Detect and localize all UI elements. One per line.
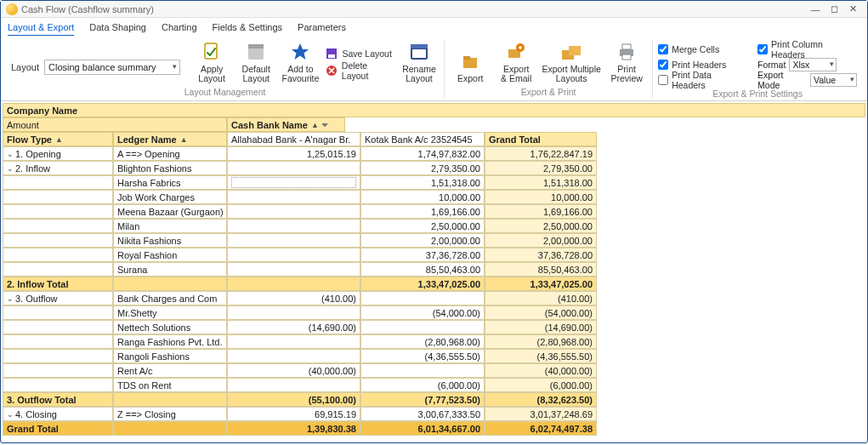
grand-total-cell[interactable]: 2,50,000.00: [485, 219, 597, 233]
grand-total-cell[interactable]: (410.00): [485, 291, 597, 305]
bank1-cell[interactable]: (410.00): [227, 291, 360, 305]
apply-layout-button[interactable]: ApplyLayout: [192, 39, 231, 85]
bank2-cell[interactable]: (2,80,968.00): [360, 334, 485, 349]
bank1-cell[interactable]: (40,000.00): [227, 363, 360, 378]
grand-total-blank[interactable]: [113, 421, 227, 436]
bank2-cell[interactable]: (54,000.00): [360, 305, 485, 320]
section-total-blank[interactable]: [113, 277, 227, 291]
ledger-cell[interactable]: Surana: [113, 262, 227, 277]
maximize-button[interactable]: ◻: [825, 3, 843, 14]
bank1-cell[interactable]: [227, 378, 360, 392]
grand-total-cell[interactable]: (40,000.00): [485, 363, 597, 378]
grand-total-cell[interactable]: 1,69,166.00: [485, 204, 597, 219]
gt-total[interactable]: (8,32,623.50): [485, 392, 597, 407]
bank1-total[interactable]: [227, 277, 360, 291]
amount-field[interactable]: Amount: [3, 117, 227, 132]
flow-cell[interactable]: ⌄4. Closing: [3, 407, 113, 421]
flow-cell[interactable]: [3, 175, 113, 190]
bank1-cell[interactable]: [227, 248, 360, 262]
grand-total-cell[interactable]: (54,000.00): [485, 305, 597, 320]
export-mode-select[interactable]: Value: [810, 73, 857, 87]
bank2-cell[interactable]: 1,51,318.00: [360, 175, 485, 190]
bank1-cell[interactable]: 69,915.19: [227, 407, 360, 421]
bank1-cell[interactable]: [227, 305, 360, 320]
save-layout-button[interactable]: Save Layout: [325, 46, 394, 61]
bank2-total[interactable]: (7,77,523.50): [360, 392, 485, 407]
flow-cell[interactable]: [3, 233, 113, 248]
grand-total-cell[interactable]: 10,000.00: [485, 190, 597, 204]
bank1-col-header[interactable]: Allahabad Bank - A'nagar Br.: [227, 132, 360, 146]
ledger-cell[interactable]: Rangoli Fashions: [113, 349, 227, 363]
bank2-cell[interactable]: 2,00,000.00: [360, 233, 485, 248]
cash-bank-field[interactable]: Cash Bank Name▲⏷: [227, 117, 345, 132]
grand-total-cell[interactable]: (4,36,555.50): [485, 349, 597, 363]
ledger-cell[interactable]: Z ==> Closing: [113, 407, 227, 421]
menu-parameters[interactable]: Parameters: [298, 20, 346, 36]
ledger-cell[interactable]: Royal Fashion: [113, 248, 227, 262]
ledger-cell[interactable]: Blighton Fashions: [113, 161, 227, 175]
gt-grand[interactable]: 6,02,74,497.38: [485, 421, 597, 436]
flow-cell[interactable]: ⌄3. Outflow: [3, 291, 113, 305]
bank1-grand[interactable]: 1,39,830.38: [227, 421, 360, 436]
flow-cell[interactable]: [3, 378, 113, 392]
flow-cell[interactable]: ⌄1. Opening: [3, 146, 113, 161]
merge-cells-checkbox[interactable]: [658, 44, 668, 54]
bank2-cell[interactable]: 1,74,97,832.00: [360, 146, 485, 161]
bank2-grand[interactable]: 6,01,34,667.00: [360, 421, 485, 436]
grand-total-cell[interactable]: 37,36,728.00: [485, 248, 597, 262]
bank1-cell[interactable]: [227, 219, 360, 233]
bank2-cell[interactable]: 2,50,000.00: [360, 219, 485, 233]
export-multiple-button[interactable]: Export MultipleLayouts: [542, 39, 601, 85]
ledger-cell[interactable]: Milan: [113, 219, 227, 233]
ledger-cell[interactable]: Harsha Fabrics: [113, 175, 227, 190]
ledger-cell[interactable]: Nettech Solutions: [113, 320, 227, 334]
minimize-button[interactable]: —: [806, 4, 825, 14]
bank1-cell[interactable]: 1,25,015.19: [227, 146, 360, 161]
grand-total-cell[interactable]: 2,79,350.00: [485, 161, 597, 175]
bank2-cell[interactable]: (4,36,555.50): [360, 349, 485, 363]
print-data-headers-checkbox[interactable]: [658, 75, 668, 85]
bank2-cell[interactable]: [360, 291, 485, 305]
grand-total-cell[interactable]: 3,01,37,248.69: [485, 407, 597, 421]
bank1-cell[interactable]: [227, 204, 360, 219]
ledger-cell[interactable]: Rent A/c: [113, 363, 227, 378]
bank2-col-header[interactable]: Kotak Bank A/c 23524545: [360, 132, 485, 146]
flow-cell[interactable]: [3, 305, 113, 320]
ledger-cell[interactable]: A ==> Opening: [113, 146, 227, 161]
collapse-icon[interactable]: ⌄: [7, 164, 14, 173]
flow-cell[interactable]: [3, 262, 113, 277]
grand-total-col-header[interactable]: Grand Total: [485, 132, 597, 146]
export-email-button[interactable]: Export& Email: [496, 39, 536, 85]
section-total-label[interactable]: 3. Outflow Total: [3, 392, 113, 407]
bank2-cell[interactable]: [360, 363, 485, 378]
ledger-col-header[interactable]: Ledger Name▲: [113, 132, 227, 146]
bank1-cell[interactable]: [227, 161, 360, 175]
grand-total-label[interactable]: Grand Total: [3, 421, 113, 436]
bank2-cell[interactable]: 1,69,166.00: [360, 204, 485, 219]
section-total-blank[interactable]: [113, 392, 227, 407]
format-select[interactable]: Xlsx: [789, 58, 837, 71]
bank1-cell[interactable]: [227, 175, 360, 190]
gt-total[interactable]: 1,33,47,025.00: [485, 277, 597, 291]
flow-cell[interactable]: [3, 248, 113, 262]
menu-charting[interactable]: Charting: [162, 20, 197, 36]
grand-total-cell[interactable]: 2,00,000.00: [485, 233, 597, 248]
close-button[interactable]: ✕: [843, 3, 862, 14]
bank1-cell[interactable]: (14,690.00): [227, 320, 360, 334]
bank2-cell[interactable]: 10,000.00: [360, 190, 485, 204]
bank2-cell[interactable]: (6,000.00): [360, 378, 485, 392]
print-col-headers-checkbox[interactable]: [757, 44, 768, 54]
bank2-cell[interactable]: 37,36,728.00: [360, 248, 485, 262]
bank1-total[interactable]: (55,100.00): [227, 392, 360, 407]
grand-total-cell[interactable]: (14,690.00): [485, 320, 597, 334]
add-favourite-button[interactable]: Add toFavourite: [281, 39, 320, 85]
menu-fields-settings[interactable]: Fields & Settings: [213, 20, 283, 36]
bank2-cell[interactable]: 3,00,67,333.50: [360, 407, 485, 421]
bank1-cell[interactable]: [227, 262, 360, 277]
ledger-cell[interactable]: Job Work Charges: [113, 190, 227, 204]
grand-total-cell[interactable]: (6,000.00): [485, 378, 597, 392]
company-name-field[interactable]: Company Name: [3, 103, 865, 117]
flow-cell[interactable]: [3, 204, 113, 219]
flow-cell[interactable]: [3, 190, 113, 204]
bank2-total[interactable]: 1,33,47,025.00: [360, 277, 485, 291]
